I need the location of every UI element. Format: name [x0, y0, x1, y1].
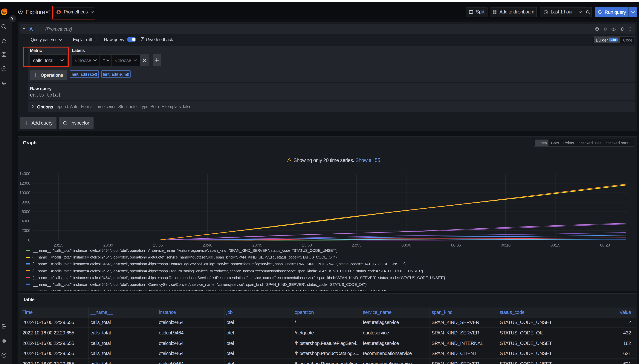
svg-text:23:40: 23:40: [202, 242, 212, 247]
svg-text:23:35: 23:35: [153, 242, 162, 247]
svg-text:8000: 8000: [21, 200, 30, 204]
svg-text:10000: 10000: [19, 190, 30, 195]
svg-text:2000: 2000: [21, 228, 30, 233]
svg-text:23:30: 23:30: [103, 242, 113, 247]
svg-text:23:45: 23:45: [252, 242, 262, 247]
svg-text:23:50: 23:50: [302, 242, 312, 247]
svg-text:0: 0: [28, 238, 30, 242]
svg-text:00:20: 00:20: [600, 242, 610, 247]
svg-text:23:25: 23:25: [54, 242, 63, 247]
svg-text:12000: 12000: [19, 181, 30, 185]
svg-text:00:10: 00:10: [500, 242, 510, 247]
svg-text:4000: 4000: [21, 218, 30, 223]
svg-text:14000: 14000: [19, 171, 30, 176]
svg-text:00:00: 00:00: [401, 242, 411, 247]
svg-text:23:55: 23:55: [352, 242, 361, 247]
svg-text:6000: 6000: [21, 209, 30, 214]
svg-text:00:15: 00:15: [550, 242, 560, 247]
svg-text:00:05: 00:05: [451, 242, 460, 247]
